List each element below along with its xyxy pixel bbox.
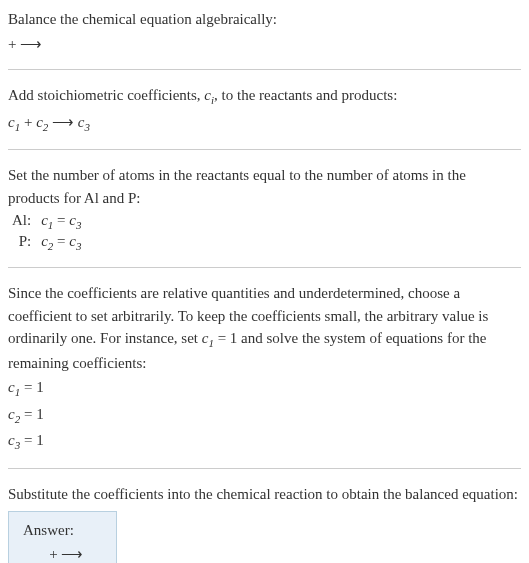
atoms-p-c3: c [69,233,76,249]
stoich-title-part2: , to the reactants and products: [214,87,397,103]
solve-eq2: c2 = 1 [8,403,521,428]
solve-eq3-rest: = 1 [20,432,43,448]
stoich-title-part1: Add stoichiometric coefficients, [8,87,204,103]
stoich-plus: + [20,114,36,130]
balance-equation: + ⟶ [8,33,521,56]
answer-box: Answer: + ⟶ [8,511,117,563]
stoich-arrow: ⟶ [48,114,78,130]
balance-title: Balance the chemical equation algebraica… [8,8,521,31]
answer-eq-text: + ⟶ [46,546,88,562]
answer-label: Answer: [23,522,102,539]
atoms-row-al: Al: c1 = c3 [8,211,85,232]
divider-4 [8,468,521,469]
atoms-al-c1: c [41,212,48,228]
solve-title: Since the coefficients are relative quan… [8,282,521,374]
atoms-p-c3-sub: 3 [76,240,82,252]
atoms-p-eq: c2 = c3 [37,232,85,253]
atoms-al-equals: = [53,212,69,228]
divider-1 [8,69,521,70]
section-balance: Balance the chemical equation algebraica… [8,8,521,55]
solve-eq1-rest: = 1 [20,379,43,395]
atoms-p-c2: c [41,233,48,249]
atoms-p-equals: = [53,233,69,249]
atoms-al-c3: c [69,212,76,228]
atoms-al-c3-sub: 3 [76,219,82,231]
stoich-title: Add stoichiometric coefficients, ci, to … [8,84,521,109]
solve-eq2-c: c [8,406,15,422]
solve-eq1-c: c [8,379,15,395]
solve-eq3-c: c [8,432,15,448]
solve-eq2-rest: = 1 [20,406,43,422]
section-atoms: Set the number of atoms in the reactants… [8,164,521,253]
solve-eq1: c1 = 1 [8,376,521,401]
answer-equation: + ⟶ [23,545,102,563]
atoms-table: Al: c1 = c3 P: c2 = c3 [8,211,85,253]
solve-eq3: c3 = 1 [8,429,521,454]
section-stoichiometric: Add stoichiometric coefficients, ci, to … [8,84,521,135]
stoich-equation: c1 + c2 ⟶ c3 [8,111,521,136]
stoich-c2: c [36,114,43,130]
atoms-p-label: P: [8,232,37,253]
section-substitute: Substitute the coefficients into the che… [8,483,521,564]
stoich-c1: c [8,114,15,130]
section-solve: Since the coefficients are relative quan… [8,282,521,454]
atoms-row-p: P: c2 = c3 [8,232,85,253]
stoich-c3-sub: 3 [84,121,90,133]
atoms-al-label: Al: [8,211,37,232]
divider-3 [8,267,521,268]
atoms-al-eq: c1 = c3 [37,211,85,232]
substitute-title: Substitute the coefficients into the che… [8,483,521,506]
stoich-ci: c [204,87,211,103]
divider-2 [8,149,521,150]
atoms-title: Set the number of atoms in the reactants… [8,164,521,209]
